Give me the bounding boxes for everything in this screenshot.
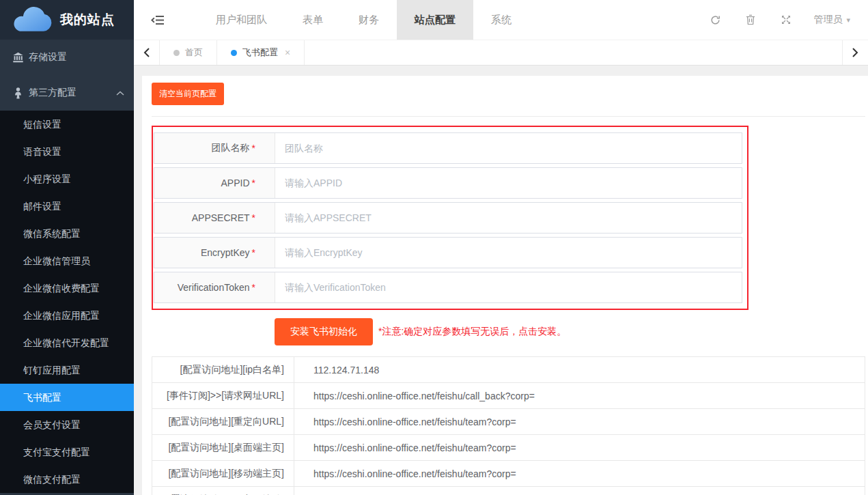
info-value: https://ceshi.online-office.net/feishu/t…	[294, 409, 865, 435]
info-value: https://ceshi.online-office.net/feishu/t…	[294, 487, 865, 495]
admin-label: 管理员	[813, 14, 842, 26]
sidebar-item-wecom-app[interactable]: 企业微信应用配置	[0, 302, 134, 329]
field-label: VerificationToken *	[154, 272, 275, 302]
nav-item-users-teams[interactable]: 用户和团队	[198, 0, 285, 40]
nav-item-finance[interactable]: 财务	[341, 0, 397, 40]
clear-page-config-button[interactable]: 清空当前页配置	[152, 83, 224, 105]
menu-fold-button[interactable]	[134, 0, 182, 40]
label-text: VerificationToken	[178, 282, 250, 293]
table-row: [事件订阅]>>[请求网址URL] https://ceshi.online-o…	[152, 383, 865, 409]
info-label: [配置访问地址][ip白名单]	[152, 357, 294, 383]
table-row: [配置访问地址][重定向URL] https://ceshi.online-of…	[152, 409, 865, 435]
install-note: *注意:确定对应参数填写无误后，点击安装。	[378, 326, 566, 338]
form-row-team-name: 团队名称 *	[154, 132, 742, 164]
trash-icon	[746, 14, 755, 25]
close-icon[interactable]: ×	[285, 47, 290, 58]
encryptkey-input[interactable]	[275, 238, 742, 268]
label-text: EncryptKey	[201, 247, 250, 258]
sidebar-item-storage[interactable]: 存储设置	[0, 40, 134, 75]
tabs-spacer	[305, 40, 842, 65]
tabs-scroll-left-button[interactable]	[134, 40, 160, 65]
info-label: [配置访问地址][桌面端主页]	[152, 435, 294, 461]
appsecret-input[interactable]	[275, 203, 742, 233]
refresh-icon	[710, 15, 720, 25]
tab-label: 首页	[185, 46, 203, 59]
tab-dot-icon	[231, 50, 237, 56]
nav-item-site-config[interactable]: 站点配置	[397, 0, 473, 40]
sidebar-item-member-pay[interactable]: 会员支付设置	[0, 411, 134, 438]
top-navbar: 用户和团队 表单 财务 站点配置 系统 管理员 ▾	[134, 0, 868, 40]
label-text: 团队名称	[212, 142, 250, 154]
required-mark: *	[252, 282, 255, 293]
sidebar-item-sms[interactable]: 短信设置	[0, 111, 134, 138]
fullscreen-icon	[781, 15, 791, 25]
field-label: 团队名称 *	[154, 133, 275, 163]
table-row: [配置访问地址][桌面端主页] https://ceshi.online-off…	[152, 435, 865, 461]
sidebar-item-dingtalk[interactable]: 钉钉应用配置	[0, 356, 134, 384]
sidebar-item-wecom-billing[interactable]: 企业微信收费配置	[0, 274, 134, 302]
sidebar-item-mail[interactable]: 邮件设置	[0, 193, 134, 220]
brand-title: 我的站点	[60, 11, 115, 29]
bank-icon	[12, 52, 24, 63]
admin-menu[interactable]: 管理员 ▾	[813, 14, 850, 26]
info-value: https://ceshi.online-office.net/feishu/c…	[294, 383, 865, 409]
sidebar-item-wecom-admin[interactable]: 企业微信管理员	[0, 247, 134, 274]
field-label: EncryptKey *	[154, 238, 275, 268]
label-text: APPSECRET	[192, 212, 250, 223]
label-text: APPID	[221, 178, 250, 188]
sidebar-submenu: 短信设置 语音设置 小程序设置 邮件设置 微信系统配置 企业微信管理员 企业微信…	[0, 111, 134, 493]
tab-label: 飞书配置	[242, 46, 278, 59]
info-value: 112.124.71.148	[294, 357, 865, 383]
sidebar-item-wechat-pay[interactable]: 微信支付配置	[0, 466, 134, 493]
info-value: https://ceshi.online-office.net/feishu/t…	[294, 435, 865, 461]
info-label: [配置访问地址][移动端主页]	[152, 461, 294, 487]
verificationtoken-input[interactable]	[275, 272, 742, 302]
sidebar-item-voice[interactable]: 语音设置	[0, 138, 134, 165]
fullscreen-button[interactable]	[768, 15, 804, 25]
feishu-config-form: 团队名称 * APPID * APPSECRET *	[152, 126, 748, 310]
sidebar-item-label: 存储设置	[29, 51, 124, 63]
tab-feishu-config[interactable]: 飞书配置 ×	[217, 40, 305, 65]
tab-dot-icon	[173, 50, 180, 56]
install-row: 安装飞书初始化 *注意:确定对应参数填写无误后，点击安装。	[275, 318, 865, 345]
nav-item-forms[interactable]: 表单	[285, 0, 341, 40]
required-mark: *	[252, 212, 255, 223]
trash-button[interactable]	[733, 14, 768, 25]
required-mark: *	[252, 178, 255, 188]
install-feishu-button[interactable]: 安装飞书初始化	[275, 318, 373, 345]
nav-item-system[interactable]: 系统	[473, 0, 529, 40]
brand-logo[interactable]: 我的站点	[0, 0, 134, 40]
sidebar-item-alipay[interactable]: 支付宝支付配置	[0, 438, 134, 466]
field-label: APPID *	[154, 168, 275, 198]
form-row-appsecret: APPSECRET *	[154, 202, 742, 234]
info-label: [配置访问地址][管理主页地址]	[152, 487, 294, 495]
menu-fold-icon	[151, 15, 165, 25]
info-value: https://ceshi.online-office.net/feishu/t…	[294, 461, 865, 487]
sidebar-item-thirdparty[interactable]: 第三方配置	[0, 75, 134, 111]
table-row: [配置访问地址][ip白名单] 112.124.71.148	[152, 357, 865, 383]
refresh-button[interactable]	[697, 15, 733, 25]
chevron-left-icon	[143, 48, 150, 57]
sidebar-item-wecom-dev[interactable]: 企业微信代开发配置	[0, 329, 134, 356]
form-row-encryptkey: EncryptKey *	[154, 237, 742, 268]
sidebar: 我的站点 存储设置 第三方配置 短信设置 语音设置 小程序设置 邮件设置 微信系…	[0, 0, 134, 495]
required-mark: *	[252, 247, 255, 258]
tabs-scroll-right-button[interactable]	[842, 40, 868, 65]
tab-home[interactable]: 首页	[160, 40, 217, 65]
sidebar-item-wechat-system[interactable]: 微信系统配置	[0, 220, 134, 247]
cloud-icon	[11, 5, 53, 34]
form-row-appid: APPID *	[154, 167, 742, 199]
required-mark: *	[252, 143, 255, 154]
chevron-up-icon	[116, 91, 124, 96]
sidebar-item-label: 第三方配置	[29, 87, 116, 99]
person-icon	[12, 87, 24, 99]
info-label: [配置访问地址][重定向URL]	[152, 409, 294, 435]
sidebar-item-miniprogram[interactable]: 小程序设置	[0, 165, 134, 193]
table-row: [配置访问地址][移动端主页] https://ceshi.online-off…	[152, 461, 865, 487]
sidebar-item-feishu[interactable]: 飞书配置	[0, 384, 134, 411]
team-name-input[interactable]	[275, 133, 742, 163]
info-label: [事件订阅]>>[请求网址URL]	[152, 383, 294, 409]
appid-input[interactable]	[275, 168, 742, 198]
config-info-table: [配置访问地址][ip白名单] 112.124.71.148 [事件订阅]>>[…	[152, 356, 865, 495]
table-row: [配置访问地址][管理主页地址] https://ceshi.online-of…	[152, 487, 865, 495]
